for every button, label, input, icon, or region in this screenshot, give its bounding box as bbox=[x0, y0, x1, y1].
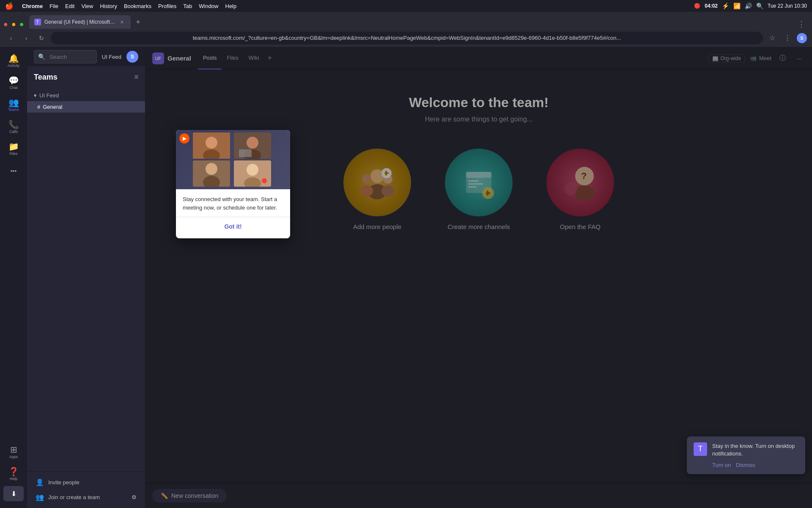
dismiss-toast-button[interactable]: Dismiss bbox=[736, 462, 755, 468]
notification-toast: T Stay in the know. Turn on desktop noti… bbox=[687, 436, 805, 474]
chrome-settings-icon[interactable]: ⋮ bbox=[782, 32, 793, 44]
menubar-help[interactable]: Help bbox=[225, 3, 237, 9]
action-card-faq[interactable]: ? Open the FAQ bbox=[538, 149, 623, 230]
menubar-chrome[interactable]: Chrome bbox=[22, 3, 43, 9]
sidebar-item-chat[interactable]: 💬 Chat bbox=[3, 73, 24, 93]
new-tab-button[interactable]: + bbox=[132, 16, 144, 28]
tab-close-button[interactable]: × bbox=[119, 19, 126, 25]
meet-icon: 📹 bbox=[750, 55, 757, 61]
avatar-4 bbox=[234, 160, 271, 187]
svg-rect-8 bbox=[385, 171, 387, 176]
bookmark-icon[interactable]: ☆ bbox=[766, 32, 778, 44]
window-close[interactable]: ● bbox=[3, 20, 8, 29]
clock-display: Tue 22 Jun 10:30 bbox=[768, 3, 807, 9]
menubar-window[interactable]: Window bbox=[199, 3, 218, 9]
search-icon-overlay: 🔍 bbox=[38, 53, 45, 60]
window-minimize[interactable]: ● bbox=[11, 20, 16, 29]
teams-icon: 👥 bbox=[8, 98, 19, 107]
svg-rect-11 bbox=[468, 180, 479, 182]
new-conversation-label: New conversation bbox=[171, 492, 218, 499]
action-card-add-people[interactable]: Add more people bbox=[335, 149, 420, 230]
menubar-view[interactable]: View bbox=[81, 3, 93, 9]
svg-point-22 bbox=[206, 137, 217, 149]
menu-extras: 🔊 bbox=[745, 3, 752, 9]
sidebar-item-more[interactable]: ••• bbox=[3, 161, 24, 181]
action-card-create-channels[interactable]: Create more channels bbox=[436, 149, 521, 230]
svg-rect-12 bbox=[468, 183, 483, 185]
menubar-tab[interactable]: Tab bbox=[183, 3, 192, 9]
channel-more-button[interactable]: ··· bbox=[793, 52, 805, 64]
sidebar-item-calls[interactable]: 📞 Calls bbox=[3, 117, 24, 137]
apple-menu[interactable]: 🍎 bbox=[5, 2, 14, 10]
forward-button[interactable]: › bbox=[20, 32, 32, 44]
svg-point-29 bbox=[206, 163, 217, 175]
channel-hash-icon: # bbox=[37, 104, 40, 110]
back-button[interactable]: ‹ bbox=[5, 32, 17, 44]
bolt-icon: ⚡ bbox=[722, 3, 729, 9]
sidebar-item-apps[interactable]: ⊞ Apps bbox=[3, 442, 24, 462]
menubar-profiles[interactable]: Profiles bbox=[158, 3, 176, 9]
settings-icon[interactable]: ⚙ bbox=[132, 494, 137, 500]
create-channels-circle bbox=[445, 149, 513, 216]
window-maximize[interactable]: ● bbox=[19, 20, 24, 29]
new-conversation-button[interactable]: ✏️ New conversation bbox=[152, 489, 227, 502]
svg-point-34 bbox=[262, 178, 267, 183]
teams-panel-title: Teams bbox=[34, 73, 58, 82]
invite-people-button[interactable]: 👤 Invite people bbox=[32, 475, 140, 490]
add-people-circle bbox=[343, 149, 411, 216]
sidebar-item-files[interactable]: 📁 Files bbox=[3, 139, 24, 159]
channel-name: General bbox=[167, 55, 191, 62]
topbar-avatar[interactable]: S bbox=[126, 51, 138, 63]
teams-bottom-bar: ✏️ New conversation bbox=[145, 483, 812, 508]
menubar-edit[interactable]: Edit bbox=[65, 3, 74, 9]
channel-group-header[interactable]: ▾ UI Feed bbox=[27, 90, 145, 101]
sidebar-item-teams[interactable]: 👥 Teams bbox=[3, 95, 24, 115]
compose-icon: ✏️ bbox=[161, 492, 168, 499]
video-indicator-icon: ▶ bbox=[179, 133, 189, 144]
popup-divider bbox=[176, 217, 290, 217]
meet-button[interactable]: 📹 Meet bbox=[750, 55, 771, 61]
menubar-file[interactable]: File bbox=[49, 3, 58, 9]
chrome-profile-avatar[interactable]: S bbox=[797, 33, 807, 43]
got-it-button[interactable]: Got it! bbox=[183, 221, 283, 232]
sidebar-item-activity[interactable]: 🔔 Activity bbox=[3, 51, 24, 71]
tab-wiki[interactable]: Wiki bbox=[244, 47, 264, 69]
svg-rect-13 bbox=[468, 186, 477, 188]
channel-info-button[interactable]: ⓘ bbox=[776, 52, 788, 64]
avatar-1 bbox=[193, 133, 230, 159]
turn-on-notifications-button[interactable]: Turn on bbox=[712, 462, 731, 468]
avatar-2 bbox=[234, 133, 271, 159]
topbar-right: UI Feed S bbox=[102, 51, 138, 63]
chrome-tab-general[interactable]: T General (UI Feed) | Microsoft T... × bbox=[29, 15, 131, 29]
sidebar-item-help[interactable]: ❓ Help bbox=[3, 464, 24, 484]
calls-icon: 📞 bbox=[8, 120, 19, 129]
topbar-username: UI Feed bbox=[102, 54, 121, 60]
group-name: UI Feed bbox=[39, 92, 59, 99]
help-label: Help bbox=[10, 477, 18, 481]
welcome-subtitle: Here are some things to get going... bbox=[409, 116, 549, 123]
menubar-bookmarks[interactable]: Bookmarks bbox=[124, 3, 151, 9]
search-menu-icon[interactable]: 🔍 bbox=[756, 3, 763, 9]
welcome-title: Welcome to the team! bbox=[409, 95, 549, 110]
toast-actions: Turn on Dismiss bbox=[712, 462, 798, 468]
channel-item-general[interactable]: # General bbox=[27, 101, 145, 113]
search-bar-container: 🔍 bbox=[34, 50, 97, 64]
teams-topbar: 🔍 UI Feed S bbox=[27, 47, 145, 66]
channel-group-general: ▾ UI Feed # General bbox=[27, 90, 145, 113]
faq-circle: ? bbox=[546, 149, 614, 216]
panel-filter-icon[interactable]: ≡ bbox=[134, 73, 138, 81]
chrome-menu-button[interactable]: ⋮ bbox=[798, 19, 809, 29]
tab-files[interactable]: Files bbox=[222, 47, 243, 69]
tab-add-button[interactable]: + bbox=[264, 47, 275, 69]
popup-image: ▶ bbox=[176, 130, 290, 189]
reload-button[interactable]: ↻ bbox=[36, 32, 47, 44]
teams-main: UF General Posts Files Wiki + 🏢 Org-wide… bbox=[145, 47, 812, 508]
tab-posts[interactable]: Posts bbox=[198, 47, 222, 69]
svg-rect-16 bbox=[487, 190, 488, 196]
toast-message: Stay in the know. Turn on desktop notifi… bbox=[712, 442, 798, 458]
address-bar[interactable] bbox=[51, 32, 763, 44]
download-button[interactable]: ⬇ bbox=[3, 486, 24, 501]
join-create-team-button[interactable]: 👥 Join or create a team ⚙ bbox=[32, 490, 140, 505]
menubar-history[interactable]: History bbox=[100, 3, 117, 9]
more-icon: ••• bbox=[11, 168, 17, 174]
